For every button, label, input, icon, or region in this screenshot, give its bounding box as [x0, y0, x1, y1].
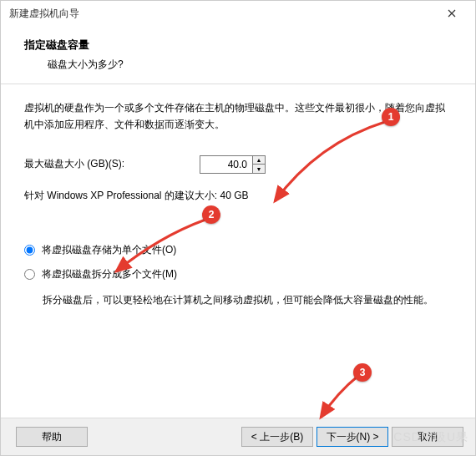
max-size-label: 最大磁盘大小 (GB)(S): — [24, 157, 124, 171]
annotation-badge-3: 3 — [353, 363, 372, 382]
cancel-button[interactable]: 取消 — [392, 427, 463, 447]
titlebar: 新建虚拟机向导 — [1, 1, 475, 26]
size-recommendation: 针对 Windows XP Professional 的建议大小: 40 GB — [24, 189, 452, 203]
spinner-down[interactable]: ▼ — [253, 165, 265, 173]
split-note: 拆分磁盘后，可以更轻松地在计算机之间移动虚拟机，但可能会降低大容量磁盘的性能。 — [24, 291, 452, 308]
back-button[interactable]: < 上一步(B) — [241, 427, 313, 447]
radio-split-input[interactable] — [24, 269, 35, 280]
max-size-row: 最大磁盘大小 (GB)(S): ▲ ▼ — [24, 155, 452, 174]
window-title: 新建虚拟机向导 — [9, 7, 79, 21]
wizard-header: 指定磁盘容量 磁盘大小为多少? — [1, 26, 475, 84]
annotation-badge-2: 2 — [202, 205, 220, 224]
close-icon — [448, 9, 456, 18]
wizard-content: 虚拟机的硬盘作为一个或多个文件存储在主机的物理磁盘中。这些文件最初很小，随着您向… — [1, 84, 475, 418]
wizard-window: 新建虚拟机向导 指定磁盘容量 磁盘大小为多少? 虚拟机的硬盘作为一个或多个文件存… — [0, 0, 476, 456]
spinner-buttons: ▲ ▼ — [252, 156, 265, 173]
help-button[interactable]: 帮助 — [16, 427, 88, 447]
radio-single-label: 将虚拟磁盘存储为单个文件(O) — [42, 243, 176, 257]
header-title: 指定磁盘容量 — [24, 38, 452, 53]
radio-single-file[interactable]: 将虚拟磁盘存储为单个文件(O) — [24, 243, 452, 257]
next-button[interactable]: 下一步(N) > — [316, 427, 388, 447]
annotation-badge-1: 1 — [382, 108, 400, 126]
spinner-up[interactable]: ▲ — [253, 156, 265, 165]
wizard-footer: 帮助 < 上一步(B) 下一步(N) > 取消 — [1, 418, 475, 455]
header-subtitle: 磁盘大小为多少? — [24, 58, 452, 72]
radio-single-input[interactable] — [24, 245, 35, 256]
radio-split-files[interactable]: 将虚拟磁盘拆分成多个文件(M) — [24, 267, 452, 281]
disk-size-input[interactable] — [200, 156, 252, 173]
close-button[interactable] — [435, 2, 468, 25]
disk-size-spinner[interactable]: ▲ ▼ — [200, 155, 266, 174]
radio-split-label: 将虚拟磁盘拆分成多个文件(M) — [42, 267, 177, 281]
